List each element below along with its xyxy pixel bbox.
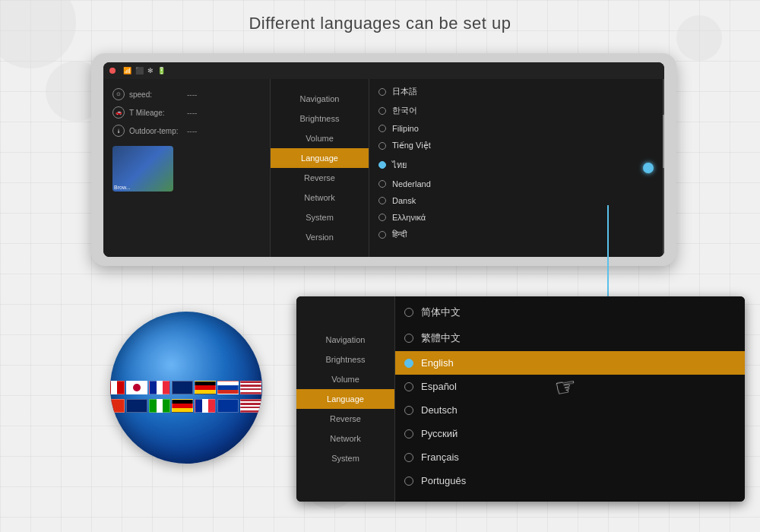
menu-item-navigation[interactable]: Navigation (271, 89, 369, 109)
scrollbar-thumb (663, 115, 664, 168)
flag-eu2 (217, 399, 239, 413)
lang-label-japanese: 日本語 (392, 86, 417, 97)
lang-radio-dutch (378, 180, 386, 188)
lang-radio-korean (378, 107, 386, 115)
device-menu-panel[interactable]: Navigation Brightness Volume Language Re… (271, 79, 369, 257)
lang-item-vietnamese[interactable]: Tiếng Việt (369, 137, 664, 154)
menu-item-brightness[interactable]: Brightness (271, 109, 369, 128)
lang-item-hindi[interactable]: हिन्दी (369, 226, 664, 243)
world-globe (110, 312, 262, 464)
globe-container (91, 296, 281, 479)
lang-radio-danish (378, 197, 386, 204)
lang-item-filipino[interactable]: Filipino (369, 120, 664, 137)
popup-lang-traditional-chinese[interactable]: 繁體中文 (395, 325, 745, 351)
popup-menu-network[interactable]: Network (296, 429, 394, 448)
popup-lang-label-french: Français (421, 451, 459, 463)
popup-menu-volume[interactable]: Volume (296, 369, 394, 389)
lang-radio-thai (378, 161, 386, 169)
lang-item-danish[interactable]: Dansk (369, 192, 664, 209)
popup-lang-german[interactable]: Deutsch (395, 398, 745, 422)
popup-radio-german (404, 406, 413, 415)
car-head-unit-device: 📶 ⬛ ✻ 🔋 ⊙ speed: ---- 🚗 T Mileage: ---- (91, 53, 676, 266)
battery-icon: 🔋 (157, 67, 166, 74)
mileage-label: T Mileage: (129, 109, 182, 117)
popup-radio-french (404, 453, 413, 462)
lang-item-thai[interactable]: ไทย (369, 154, 664, 176)
signal-icon: ⬛ (135, 67, 144, 74)
lang-label-vietnamese: Tiếng Việt (392, 141, 431, 150)
popup-lang-simplified-chinese[interactable]: 简体中文 (395, 299, 745, 325)
flag-germany2 (172, 399, 193, 413)
popup-lang-label-spanish: Español (421, 381, 457, 392)
popup-menu-system[interactable]: System (296, 448, 394, 468)
flag-misc (149, 399, 170, 413)
popup-radio-traditional-chinese (404, 334, 413, 343)
popup-lang-label-german: Deutsch (421, 404, 458, 416)
lang-radio-vietnamese (378, 142, 386, 150)
speed-row: ⊙ speed: ---- (112, 88, 261, 100)
lang-item-korean[interactable]: 한국어 (369, 101, 664, 120)
speed-label: speed: (129, 90, 182, 99)
popup-lang-label-traditional-chinese: 繁體中文 (421, 331, 461, 345)
lang-item-dutch[interactable]: Nederland (369, 176, 664, 192)
bottom-section: Navigation Brightness Volume Language Re… (91, 296, 745, 502)
menu-item-language[interactable]: Language (271, 148, 369, 168)
popup-radio-spanish (404, 382, 413, 391)
menu-item-reverse[interactable]: Reverse (271, 168, 369, 188)
mileage-value: ---- (187, 109, 197, 117)
popup-radio-simplified-chinese (404, 308, 413, 317)
popup-lang-label-portuguese: Português (421, 475, 466, 486)
flag-france2 (195, 399, 216, 413)
menu-item-version[interactable]: Version (271, 227, 369, 247)
page-title: Different languages can be set up (0, 14, 760, 33)
popup-lang-spanish[interactable]: Español (395, 375, 745, 398)
popup-lang-label-russian: Русский (421, 428, 458, 439)
menu-item-system[interactable]: System (271, 207, 369, 227)
lang-label-greek: Ελληνικά (392, 213, 426, 222)
popup-lang-english[interactable]: English (395, 351, 745, 375)
temp-label: Outdoor-temp: (129, 127, 182, 135)
mileage-row: 🚗 T Mileage: ---- (112, 106, 261, 119)
popup-menu-language[interactable]: Language (296, 389, 394, 409)
lang-radio-filipino (378, 125, 386, 132)
popup-menu-reverse[interactable]: Reverse (296, 409, 394, 429)
popup-lang-portuguese[interactable]: Português (395, 469, 745, 492)
lang-label-filipino: Filipino (392, 124, 419, 133)
lang-item-japanese[interactable]: 日本語 (369, 82, 664, 101)
lang-radio-japanese (378, 88, 386, 96)
lang-radio-hindi (378, 231, 386, 239)
scroll-position-indicator (643, 163, 654, 173)
popup-radio-russian (404, 429, 413, 439)
wifi-icon: 📶 (123, 67, 131, 74)
status-bar: 📶 ⬛ ✻ 🔋 (103, 62, 664, 79)
device-language-panel: 日本語 한국어 Filipino Tiếng Việt ไทย (369, 79, 664, 257)
popup-lang-french[interactable]: Français (395, 445, 745, 469)
lang-label-danish: Dansk (392, 196, 416, 205)
dashboard-panel: ⊙ speed: ---- 🚗 T Mileage: ---- 🌡 Outdoo… (103, 79, 271, 257)
map-preview (112, 146, 173, 192)
popup-lang-russian[interactable]: Русский (395, 422, 745, 445)
popup-radio-english (404, 359, 413, 368)
flags-strip-bottom (110, 391, 262, 421)
popup-menu-panel[interactable]: Navigation Brightness Volume Language Re… (296, 296, 395, 502)
lang-item-greek[interactable]: Ελληνικά (369, 209, 664, 226)
popup-menu-brightness[interactable]: Brightness (296, 350, 394, 369)
mileage-icon: 🚗 (112, 106, 125, 119)
popup-menu-navigation[interactable]: Navigation (296, 330, 394, 350)
menu-item-network[interactable]: Network (271, 188, 369, 207)
popup-lang-label-english: English (421, 357, 454, 369)
popup-language-list: 简体中文 繁體中文 English Español Deutsch Русски… (395, 296, 745, 502)
menu-item-volume[interactable]: Volume (271, 128, 369, 148)
language-popup-panel: Navigation Brightness Volume Language Re… (296, 296, 745, 502)
popup-lang-label-simplified-chinese: 简体中文 (421, 306, 461, 319)
status-icons: 📶 ⬛ ✻ 🔋 (123, 67, 166, 74)
popup-radio-portuguese (404, 477, 413, 486)
temp-icon: 🌡 (112, 125, 125, 137)
lang-label-korean: 한국어 (392, 105, 417, 116)
speed-value: ---- (187, 90, 197, 99)
lang-label-dutch: Nederland (392, 179, 431, 188)
flag-china (110, 399, 125, 413)
flag-usa2 (240, 399, 261, 413)
flag-uk2 (126, 399, 147, 413)
bluetooth-icon: ✻ (147, 67, 154, 74)
